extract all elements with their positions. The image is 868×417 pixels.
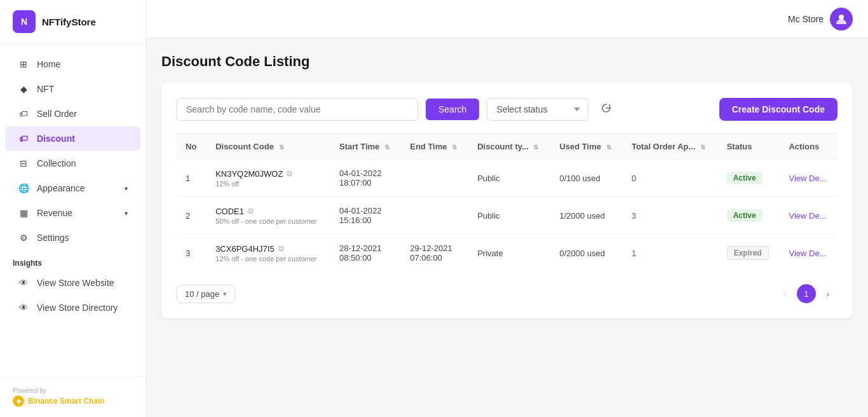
sidebar-item-revenue-label: Revenue: [37, 208, 72, 218]
pagination-controls: ‹ 1 ›: [775, 284, 837, 303]
page-1-button[interactable]: 1: [797, 284, 816, 303]
cell-action: View De...: [780, 197, 837, 235]
cell-no: 3: [177, 235, 207, 272]
refresh-button[interactable]: [596, 98, 616, 121]
insights-section-label: Insights: [0, 252, 146, 270]
app-logo-icon: N: [13, 10, 36, 33]
header: Mc Store: [146, 0, 868, 38]
user-info[interactable]: Mc Store: [788, 8, 853, 31]
status-badge: Expired: [727, 246, 769, 260]
view-detail-link[interactable]: View De...: [789, 249, 826, 258]
total-order-link[interactable]: 1: [632, 249, 636, 258]
collection-icon: ⊟: [18, 158, 29, 169]
discount-icon: 🏷: [18, 133, 29, 144]
appearance-arrow: ▾: [125, 185, 128, 192]
code-description: 50% off - one code per customer: [215, 217, 322, 225]
status-select[interactable]: Select statusActiveExpired: [487, 98, 588, 121]
table-row: 3 3CX6PG4HJ7I5 ⧉ 12% off - one code per …: [177, 235, 837, 272]
cell-used-time: 0/100 used: [550, 160, 622, 197]
code-value: 3CX6PG4HJ7I5: [215, 244, 275, 254]
discount-card: Search Select statusActiveExpired Create…: [161, 83, 853, 318]
avatar: [830, 8, 853, 31]
copy-icon[interactable]: ⧉: [248, 207, 254, 215]
revenue-arrow: ▾: [125, 210, 128, 217]
toolbar: Search Select statusActiveExpired Create…: [177, 98, 837, 121]
cell-start-time: 04-01-2022 15:16:00: [330, 197, 401, 235]
code-description: 12% off - one code per customer: [215, 255, 322, 263]
pagination-bar: 10 / page ▾ ‹ 1 ›: [177, 284, 837, 303]
sidebar-item-view-store-directory[interactable]: 👁 View Store Directory: [5, 296, 140, 320]
code-value: KN3YQ2M0JWOZ: [215, 169, 283, 179]
per-page-label: 10 / page: [185, 289, 219, 299]
cell-code: KN3YQ2M0JWOZ ⧉ 12% off: [207, 160, 330, 197]
cell-total-order: 3: [623, 197, 718, 235]
per-page-select[interactable]: 10 / page ▾: [177, 285, 235, 303]
search-input[interactable]: [177, 98, 418, 121]
cell-no: 2: [177, 197, 207, 235]
next-page-button[interactable]: ›: [818, 284, 837, 303]
cell-action: View De...: [780, 160, 837, 197]
sidebar-item-view-store-website[interactable]: 👁 View Store Website: [5, 271, 140, 295]
sidebar-item-settings-label: Settings: [37, 233, 69, 243]
sidebar-logo: N NFTifyStore: [0, 0, 146, 44]
copy-icon[interactable]: ⧉: [287, 169, 292, 178]
sell-order-icon: 🏷: [18, 108, 29, 120]
sidebar-footer: Powered by ◆ Binance Smart Chain: [0, 376, 146, 417]
col-used-time: Used Time ⇅: [550, 134, 622, 160]
create-discount-code-button[interactable]: Create Discount Code: [719, 98, 837, 121]
binance-icon: ◆: [13, 395, 24, 407]
sidebar-item-home[interactable]: ⊞ Home: [5, 52, 140, 76]
table-row: 1 KN3YQ2M0JWOZ ⧉ 12% off 04-01-2022 18:0…: [177, 160, 837, 197]
search-button[interactable]: Search: [426, 99, 479, 120]
cell-start-time: 28-12-2021 08:50:00: [330, 235, 401, 272]
discount-table: No Discount Code ⇅ Start Time ⇅ End Time…: [177, 133, 837, 271]
appearance-icon: 🌐: [18, 182, 29, 194]
powered-by-label: Powered by: [13, 387, 133, 394]
col-discount-type: Discount ty... ⇅: [468, 134, 550, 160]
main-content: Mc Store Discount Code Listing Search Se…: [146, 0, 868, 417]
total-order-link[interactable]: 3: [632, 211, 636, 221]
svg-point-0: [839, 15, 844, 20]
cell-status: Active: [718, 197, 780, 235]
cell-code: CODE1 ⧉ 50% off - one code per customer: [207, 197, 330, 235]
cell-no: 1: [177, 160, 207, 197]
sidebar-item-revenue[interactable]: ▦ Revenue ▾: [5, 201, 140, 225]
cell-total-order: 1: [623, 235, 718, 272]
col-no: No: [177, 134, 207, 160]
cell-end-time: 29-12-2021 07:06:00: [401, 235, 468, 272]
sidebar: N NFTifyStore ⊞ Home ◆ NFT 🏷 Sell Order …: [0, 0, 146, 417]
sidebar-item-collection[interactable]: ⊟ Collection: [5, 151, 140, 175]
cell-action: View De...: [780, 235, 837, 272]
cell-discount-type: Public: [468, 160, 550, 197]
copy-icon[interactable]: ⧉: [278, 244, 284, 253]
sidebar-item-view-store-website-label: View Store Website: [37, 278, 114, 288]
user-name: Mc Store: [788, 14, 824, 24]
sidebar-item-discount-label: Discount: [37, 133, 75, 144]
cell-status: Expired: [718, 235, 780, 272]
cell-end-time: [401, 160, 468, 197]
col-status: Status: [718, 134, 780, 160]
cell-used-time: 0/2000 used: [550, 235, 622, 272]
sidebar-item-sell-order[interactable]: 🏷 Sell Order: [5, 102, 140, 126]
view-detail-link[interactable]: View De...: [789, 174, 826, 183]
prev-page-button[interactable]: ‹: [775, 284, 794, 303]
view-detail-link[interactable]: View De...: [789, 211, 826, 221]
col-start-time: Start Time ⇅: [330, 134, 401, 160]
sidebar-item-home-label: Home: [37, 59, 60, 69]
col-actions: Actions: [780, 134, 837, 160]
sidebar-item-appearance[interactable]: 🌐 Appearance ▾: [5, 176, 140, 200]
sidebar-item-sell-order-label: Sell Order: [37, 109, 77, 119]
code-value: CODE1: [215, 207, 244, 216]
sidebar-item-nft[interactable]: ◆ NFT: [5, 77, 140, 101]
sidebar-item-settings[interactable]: ⚙ Settings: [5, 226, 140, 250]
page-title: Discount Code Listing: [161, 53, 853, 70]
cell-code: 3CX6PG4HJ7I5 ⧉ 12% off - one code per cu…: [207, 235, 330, 272]
view-store-website-icon: 👁: [18, 277, 29, 289]
code-description: 12% off: [215, 180, 322, 188]
page-content: Discount Code Listing Search Select stat…: [146, 38, 868, 417]
home-icon: ⊞: [18, 58, 29, 70]
cell-used-time: 1/2000 used: [550, 197, 622, 235]
sidebar-nav: ⊞ Home ◆ NFT 🏷 Sell Order 🏷 Discount ⊟ C…: [0, 44, 146, 376]
cell-start-time: 04-01-2022 18:07:00: [330, 160, 401, 197]
sidebar-item-discount[interactable]: 🏷 Discount: [5, 126, 140, 151]
